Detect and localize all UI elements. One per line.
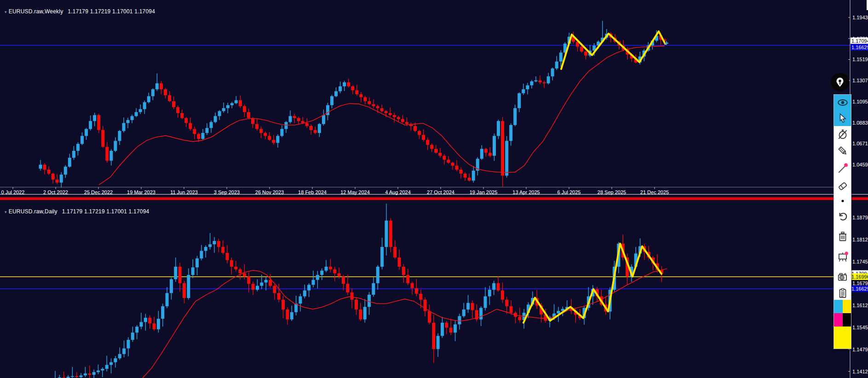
price-tick-label: 1.04596: [852, 162, 868, 167]
color-swatch-row: [834, 313, 851, 326]
axis-separator-line: [0, 194, 868, 195]
dot-tool-button[interactable]: [834, 195, 851, 207]
black-swatch[interactable]: [843, 313, 851, 326]
trash-icon: [837, 230, 849, 242]
weekly-ohlc-values: 1.17179 1.17219 1.17001 1.17094: [68, 8, 155, 15]
weekly-chart[interactable]: 1.194361.173161.151961.130761.109561.088…: [0, 0, 868, 195]
mt4-terminal: { "app": { "weekly_header": {"symbol_tf"…: [0, 0, 868, 378]
camera-icon: [837, 271, 849, 283]
chart-stage: 1.194361.173161.151961.130761.109561.088…: [0, 0, 868, 378]
price-tick-label: 1.14123: [852, 369, 868, 374]
price-marker-value: 1.16629: [851, 286, 868, 292]
price-tick-label: 1.18123: [852, 237, 868, 242]
daily-symbol-timeframe: EURUSD.raw,Daily: [9, 208, 57, 215]
pen-nib-icon: [834, 76, 846, 88]
price-marker-value: 1.16996: [851, 274, 868, 280]
price-tick-label: 1.19436: [852, 15, 868, 20]
pen-tool-button[interactable]: [831, 73, 849, 92]
price-marker-value: 1.17094: [851, 38, 868, 44]
selected-color-swatch[interactable]: [834, 326, 851, 349]
cursor-tool-button[interactable]: [834, 110, 851, 126]
color-swatch-row: [834, 300, 851, 313]
price-tick-label: 1.14793: [852, 347, 868, 352]
undo-tool-button[interactable]: [834, 207, 851, 226]
chart-dropdown-icon[interactable]: ▾: [5, 10, 7, 14]
price-tick-label: 1.08836: [852, 120, 868, 126]
eraser-icon: [837, 180, 849, 192]
price-tick-label: 1.15196: [852, 57, 868, 62]
zigzag-drawing[interactable]: [523, 244, 661, 323]
price-marker-value: 1.16629: [851, 45, 868, 50]
eye-tool-button[interactable]: [834, 95, 851, 110]
price-tick-label: 1.15453: [852, 325, 868, 330]
price-tick-label: 1.06716: [852, 141, 868, 146]
moving-average-line: [143, 269, 667, 378]
undo-arrow-icon: [837, 211, 849, 223]
price-tick-label: 1.17453: [852, 259, 868, 264]
price-tick-label: 1.13076: [852, 78, 868, 83]
magenta-swatch[interactable]: [834, 313, 843, 326]
weekly-candles-layer: [39, 21, 667, 188]
chart-splitter-handle[interactable]: [0, 197, 868, 200]
yellow-swatch[interactable]: [843, 300, 851, 313]
daily-plot-area[interactable]: [0, 204, 850, 378]
cyan-swatch[interactable]: [834, 300, 843, 313]
clipboard-tool-button[interactable]: [834, 286, 851, 300]
stopwatch-tool-button[interactable]: [834, 126, 851, 143]
weekly-plot-area[interactable]: [0, 21, 850, 188]
easel-tool-button[interactable]: [834, 246, 851, 268]
whiteboard-icon: [837, 251, 849, 263]
dot-icon: [837, 195, 849, 207]
pencil-tool-button[interactable]: [834, 143, 851, 159]
drawing-toolbar: [834, 94, 851, 349]
linedot-tool-button[interactable]: [834, 159, 851, 178]
eye-icon: [837, 97, 849, 109]
camera-tool-button[interactable]: [834, 268, 851, 286]
weekly-symbol-timeframe: EURUSD.raw,Weekly: [9, 8, 63, 15]
cursor-arrow-icon: [837, 112, 849, 124]
price-tick-label: 1.16123: [852, 303, 868, 308]
chart-dropdown-icon[interactable]: ▾: [5, 210, 7, 214]
eraser-tool-button[interactable]: [834, 178, 851, 195]
stopwatch-off-icon: [837, 128, 849, 140]
daily-chart-header: ▾EURUSD.raw,Daily1.17179 1.17219 1.17001…: [1, 202, 149, 215]
weekly-chart-header: ▾EURUSD.raw,Weekly1.17179 1.17219 1.1700…: [1, 2, 155, 15]
trendline-icon: [837, 162, 849, 174]
daily-candles-layer: [54, 204, 663, 378]
price-tick-label: 1.10956: [852, 99, 868, 104]
clipboard-icon: [837, 287, 849, 299]
daily-ohlc-values: 1.17179 1.17219 1.17001 1.17094: [62, 208, 149, 215]
moving-average-line: [99, 46, 665, 185]
price-tick-label: 1.16793: [852, 281, 868, 286]
daily-chart[interactable]: 1.187931.181231.174531.167931.161231.154…: [0, 200, 868, 378]
price-tick-label: 1.18793: [852, 215, 868, 220]
pencil-icon: [837, 145, 849, 157]
trash-tool-button[interactable]: [834, 226, 851, 246]
